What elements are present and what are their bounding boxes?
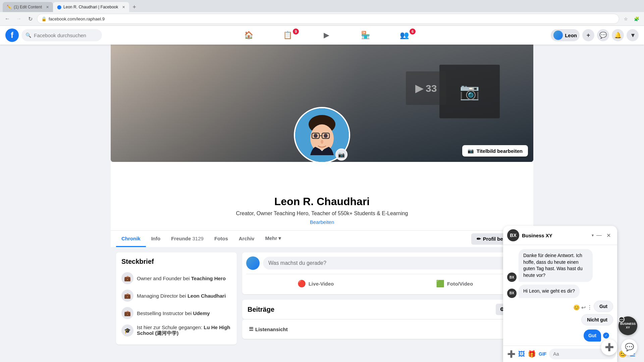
- create-btn[interactable]: +: [582, 29, 594, 41]
- steckbrief-text-2: Bestselling Instructor bei Udemy: [137, 310, 210, 316]
- post-input[interactable]: Was machst du gerade?: [263, 257, 524, 269]
- chevron-down-mehr: ▾: [278, 235, 281, 241]
- profile-bio-edit-link[interactable]: Bearbeiten: [310, 219, 334, 225]
- steckbrief-bold-0: Teaching Hero: [191, 276, 226, 281]
- nav-home-btn[interactable]: 🏠: [230, 27, 267, 43]
- forward-button[interactable]: →: [14, 14, 23, 23]
- chat-msg-bubble-0: Danke für deine Antwort. Ich hoffe, dass…: [519, 249, 593, 282]
- more-options-icon[interactable]: ⋮: [587, 304, 592, 311]
- minus-icon: —: [620, 317, 624, 322]
- tab-freunde-label: Freunde: [171, 236, 191, 241]
- fb-nav-right: Leon + 💬 🔔 ▾: [551, 29, 639, 41]
- live-video-btn[interactable]: 🔴 Live-Video: [246, 277, 385, 290]
- chevron-down-chat: ▾: [592, 233, 594, 238]
- edit-icon: ✏: [477, 236, 481, 242]
- chat-input-area: ➕ 🖼 🎁 GIF 😊 ☰: [503, 346, 617, 350]
- lock-icon: 🔒: [41, 16, 47, 21]
- url-bar[interactable]: 🔒 facebook.com/leon.raphael.9: [37, 14, 619, 24]
- profile-tabs: Chronik Info Freunde 3129 Fotos Archiv M…: [111, 230, 533, 247]
- listenansicht-btn[interactable]: ☰ Listenansicht: [246, 323, 290, 335]
- user-profile-btn[interactable]: Leon: [551, 29, 580, 41]
- star-icon-btn[interactable]: ☆: [621, 14, 631, 23]
- beitraege-title: Beiträge: [248, 306, 274, 313]
- notifications-btn[interactable]: 🔔: [612, 29, 624, 41]
- steckbrief-bold-2: Udemy: [193, 310, 210, 316]
- new-tab-button[interactable]: +: [130, 4, 138, 11]
- tab-archiv[interactable]: Archiv: [233, 231, 260, 247]
- messenger-btn[interactable]: 💬: [597, 29, 609, 41]
- steckbrief-text-1: Managing Director bei Leon Chaudhari: [137, 293, 226, 299]
- chat-minimize-btn[interactable]: —: [594, 231, 604, 240]
- nav-store-btn[interactable]: 🏪: [346, 27, 384, 43]
- tab-chronik[interactable]: Chronik: [116, 231, 146, 247]
- left-col: Steckbrief 💼 Owner and Founder bei Teach…: [116, 252, 237, 345]
- add-icon: ➕: [605, 343, 614, 350]
- nav-friends-btn[interactable]: 👥 6: [385, 27, 423, 43]
- extension-btn[interactable]: 🧩: [632, 14, 641, 23]
- nav-feed-btn[interactable]: 📋 9: [269, 27, 306, 43]
- bxy-notif-badge: —: [619, 316, 625, 322]
- emoji-react-icon[interactable]: 😊: [573, 304, 580, 311]
- tab-fotos[interactable]: Fotos: [209, 231, 233, 247]
- chat-header[interactable]: BX Business XY ▾ — ✕: [503, 226, 617, 245]
- tab2-close[interactable]: ✕: [122, 5, 125, 9]
- tab-fotos-label: Fotos: [214, 236, 228, 241]
- right-col: Was machst du gerade? 🔴 Live-Video 🟩 Fot…: [242, 252, 528, 345]
- profile-pic-wrapper: 📷: [294, 107, 350, 162]
- svg-point-8: [321, 140, 323, 144]
- bxy-float-label: BUSINESSXY: [620, 322, 636, 329]
- tab-freunde[interactable]: Freunde 3129: [166, 231, 209, 247]
- steckbrief-text-3: Ist hier zur Schule gegangen: Lu He High…: [137, 324, 231, 337]
- chat-msg-row-0: BX Danke für deine Antwort. Ich hoffe, d…: [507, 249, 613, 282]
- fb-search-bar[interactable]: 🔍: [21, 29, 102, 41]
- feed-icon: 📋: [283, 31, 292, 40]
- tab1-favicon: ✏️: [7, 5, 12, 9]
- nav-video-btn[interactable]: ▶: [308, 27, 345, 43]
- chat-msg-actions: 😊 ↩ ⋮: [573, 304, 592, 311]
- search-input[interactable]: [34, 33, 98, 38]
- profile-main: Steckbrief 💼 Owner and Founder bei Teach…: [111, 247, 533, 350]
- tab-archiv-label: Archiv: [239, 236, 255, 241]
- browser-chrome: ✏️ (1) Edit Content ✕ ⬤ Leon R. Chaudhar…: [0, 0, 644, 26]
- browser-tabs: ✏️ (1) Edit Content ✕ ⬤ Leon R. Chaudhar…: [0, 0, 644, 12]
- reply-icon[interactable]: ↩: [581, 304, 586, 311]
- tab-mehr-label: Mehr: [265, 235, 277, 241]
- tab-mehr[interactable]: Mehr ▾: [260, 231, 286, 247]
- chat-msg-text-0: Danke für deine Antwort. Ich hoffe, dass…: [523, 253, 583, 278]
- steckbrief-bold-1: Leon Chaudhari: [187, 293, 226, 299]
- back-button[interactable]: ←: [3, 14, 12, 23]
- sent-message-row: Gut ✓: [507, 328, 613, 343]
- camera-icon: 📷: [338, 152, 345, 158]
- school-icon: 🎓: [121, 324, 133, 337]
- tab-info[interactable]: Info: [146, 231, 166, 247]
- bxy-float-btn[interactable]: BUSINESSXY —: [619, 316, 637, 335]
- profile-camera-btn[interactable]: 📷: [335, 148, 347, 161]
- beitraege-section: Beiträge ⚙ Filter: [242, 300, 528, 319]
- chat-page-initials: BX: [510, 233, 516, 238]
- chat-messages: BX Danke für deine Antwort. Ich hoffe, d…: [503, 245, 617, 346]
- browser-tab-1[interactable]: ✏️ (1) Edit Content ✕: [3, 2, 53, 12]
- fb-nav-center: 🏠 📋 9 ▶ 🏪 👥 6: [102, 27, 551, 43]
- bell-icon: 🔔: [614, 32, 622, 39]
- quick-reply-nicht-gut[interactable]: Nicht gut: [581, 314, 613, 325]
- steckbrief-bold-3: Lu He High School (潞河中学): [137, 324, 230, 336]
- account-menu-btn[interactable]: ▾: [627, 29, 639, 41]
- profile-name: Leon R. Chaudhari: [111, 195, 533, 208]
- tab1-close[interactable]: ✕: [46, 5, 49, 9]
- cover-edit-btn[interactable]: 📷 Titelbild bearbeiten: [462, 145, 528, 157]
- fb-navbar: f 🔍 🏠 📋 9 ▶ 🏪 👥 6 Leon + �: [0, 26, 644, 45]
- friends-badge: 6: [410, 28, 416, 35]
- post-box-top: Was machst du gerade?: [246, 256, 524, 270]
- reload-button[interactable]: ↻: [25, 14, 35, 23]
- chat-msg-bubble-1: Hi Leon, wie geht es dir?: [519, 285, 580, 298]
- user-name: Leon: [565, 33, 577, 38]
- post-actions: 🔴 Live-Video 🟩 Foto/Video: [246, 274, 524, 290]
- store-icon: 🏪: [361, 31, 370, 40]
- chat-msg-text-1: Hi Leon, wie geht es dir?: [523, 288, 575, 294]
- quick-reply-gut[interactable]: Gut: [594, 301, 613, 312]
- plus-icon: +: [587, 32, 590, 39]
- browser-tab-2[interactable]: ⬤ Leon R. Chaudhari | Facebook ✕: [53, 2, 129, 12]
- live-label: Live-Video: [309, 281, 334, 287]
- chat-close-btn[interactable]: ✕: [604, 231, 613, 240]
- steckbrief-item-3: 🎓 Ist hier zur Schule gegangen: Lu He Hi…: [121, 322, 231, 339]
